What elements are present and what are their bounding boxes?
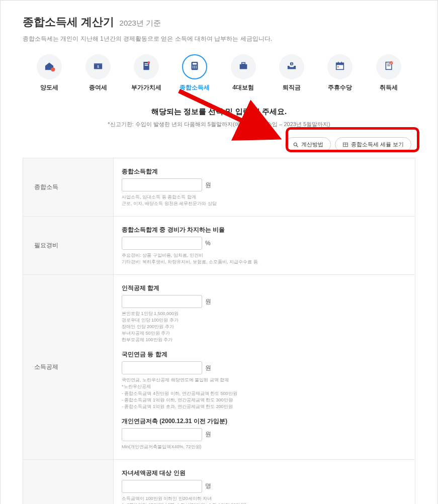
tab-transfer-tax[interactable]: 양도세	[27, 54, 72, 92]
svg-rect-16	[239, 64, 247, 69]
tab-severance[interactable]: $ 퇴직금	[269, 54, 314, 92]
unit-persons: 명	[205, 482, 211, 490]
field-label: 국민연금 등 합계	[122, 350, 407, 359]
svg-point-11	[194, 66, 195, 67]
personal-deduction-input[interactable]	[122, 295, 202, 308]
briefcase-icon	[237, 59, 250, 74]
row-label-expense: 필요경비	[23, 217, 114, 275]
tab-label: 퇴직금	[269, 83, 314, 92]
tab-label: 4대보험	[221, 83, 266, 92]
tab-vat[interactable]: 부가가치세	[124, 54, 169, 92]
field-label: 자녀세액공제 대상 인원	[122, 469, 407, 477]
svg-rect-21	[336, 63, 344, 65]
svg-rect-17	[241, 63, 245, 64]
page-title: 종합소득세 계산기	[23, 15, 114, 30]
svg-rect-5	[145, 63, 148, 64]
hint-text: 국민연금, 노란우산공제 해당연도에 불입된 금액 합계 *노란우산공제 - 종…	[122, 377, 407, 410]
children-count-input[interactable]	[122, 480, 202, 493]
field-label: 개인연금저축 (2000.12.31 이전 가입분)	[122, 417, 407, 426]
tab-label: 취득세	[366, 83, 411, 92]
tab-label: 주휴수당	[317, 83, 363, 92]
tab-label: 증여세	[75, 83, 120, 92]
hint-text: 사업소득, 임대소득 등 종합소득 합계 근로, 이자, 배당소득 원천은 세무…	[122, 194, 407, 207]
field-label: 종합소득합계 중 경비가 차지하는 비율	[122, 226, 407, 234]
tab-acquisition-tax[interactable]: 취득세	[366, 54, 411, 92]
unit-percent: %	[205, 240, 211, 247]
svg-rect-24	[338, 66, 339, 67]
svg-rect-23	[341, 62, 342, 64]
document-icon	[140, 59, 153, 74]
tab-income-tax[interactable]: 종합소득세	[172, 54, 217, 92]
tab-holiday-pay[interactable]: 주휴수당	[317, 54, 363, 92]
svg-point-7	[147, 61, 150, 64]
svg-point-13	[193, 67, 194, 68]
row-label-deduction: 소득공제	[23, 275, 114, 460]
tab-label: 양도세	[27, 83, 72, 92]
row-label-income: 종합소득	[23, 158, 114, 217]
money-icon: $	[92, 59, 105, 74]
unit-won: 원	[205, 181, 211, 189]
svg-line-30	[296, 145, 298, 147]
field-label: 인적공제 합계	[122, 284, 407, 292]
instruction-text: 해당되는 정보를 선택 및 입력 해 주세요.	[23, 107, 415, 117]
hint-text: 소득금액이 100만원 이하인 만20세이하 자녀 1~2명(1인당 15만원)…	[122, 495, 407, 504]
svg-text:$: $	[97, 65, 99, 68]
expense-ratio-input[interactable]	[122, 237, 202, 250]
inbox-icon: $	[285, 59, 298, 74]
unit-won: 원	[205, 430, 211, 439]
svg-point-10	[193, 66, 194, 67]
button-label: 계산방법	[301, 141, 323, 148]
table-icon	[342, 142, 348, 148]
svg-point-29	[294, 143, 297, 146]
private-pension-input[interactable]	[122, 428, 202, 441]
svg-point-28	[389, 61, 393, 65]
svg-text:$: $	[291, 63, 293, 65]
svg-rect-3	[94, 63, 102, 64]
svg-rect-6	[145, 65, 148, 66]
tax-type-tabs: 양도세 $ 증여세 부가가치세 종합소득세 4대보험 $ 퇴직금 주휴수당	[23, 54, 415, 92]
tab-label: 부가가치세	[124, 83, 169, 92]
hint-text: Min(개인연금저축불입액X40%, 72만원)	[122, 444, 407, 450]
search-icon	[293, 142, 299, 148]
tax-rates-button[interactable]: 종합소득세 세율 보기	[335, 137, 411, 152]
calendar-icon	[333, 59, 346, 74]
note-text: *신고기한: 수입이 발생한 년의 다음해의 5월말까지(예시 2022년 수입…	[23, 121, 415, 128]
field-label: 종합소득합계	[122, 167, 407, 176]
svg-rect-9	[193, 63, 197, 64]
svg-point-15	[196, 67, 197, 68]
tab-label: 종합소득세	[172, 83, 217, 92]
svg-rect-22	[338, 62, 339, 64]
hint-text: 주요경비: 상품 구입비용, 임차료, 인건비 기타경비: 복리후생비, 차량유…	[122, 252, 407, 265]
button-label: 종합소득세 세율 보기	[351, 141, 404, 148]
receipt-icon	[382, 59, 395, 74]
calculation-method-button[interactable]: 계산방법	[285, 137, 331, 152]
unit-won: 원	[205, 297, 211, 306]
tab-gift-tax[interactable]: $ 증여세	[75, 54, 120, 92]
svg-point-14	[194, 67, 195, 68]
svg-rect-27	[387, 65, 391, 66]
hint-text: 본인포함 1인당 1,500,000원 경로우대 인당 100만원 추가 장애인…	[122, 311, 407, 343]
tab-insurance[interactable]: 4대보험	[221, 54, 266, 92]
page-subtitle: 2023년 기준	[120, 19, 161, 28]
svg-point-0	[51, 67, 55, 71]
calculator-icon	[188, 59, 201, 74]
unit-won: 원	[205, 364, 211, 372]
input-form: 종합소득 종합소득합계 원 사업소득, 임대소득 등 종합소득 합계 근로, 이…	[23, 158, 415, 504]
svg-point-12	[196, 66, 197, 67]
page-description: 종합소득세는 개인이 지난해 1년간의 경제활동으로 얻은 소득에 대하여 납부…	[23, 35, 415, 43]
income-total-input[interactable]	[122, 178, 202, 191]
national-pension-input[interactable]	[122, 361, 202, 374]
house-icon	[43, 59, 56, 74]
row-label-tax-deduction: 세액공제	[23, 459, 114, 504]
